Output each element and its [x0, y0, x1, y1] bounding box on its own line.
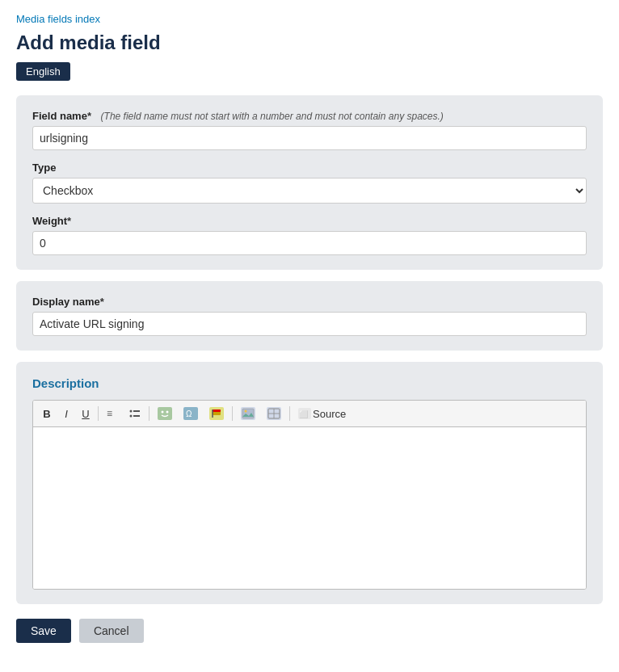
svg-text:⬜: ⬜	[299, 410, 309, 419]
image-icon	[241, 407, 255, 420]
display-name-input[interactable]	[32, 312, 587, 336]
footer-buttons: Save Cancel	[16, 619, 603, 643]
editor-wrapper: B I U ≡	[32, 400, 587, 590]
type-select[interactable]: CheckboxTextIntegerFloatBooleanDateTexta…	[32, 178, 587, 204]
table-button[interactable]	[262, 405, 286, 422]
display-name-label: Display name*	[32, 296, 587, 308]
svg-point-1	[130, 410, 133, 413]
ordered-list-button[interactable]: ≡	[102, 405, 123, 422]
editor-toolbar: B I U ≡	[33, 401, 586, 427]
flag-button[interactable]	[204, 405, 229, 422]
svg-point-16	[245, 410, 247, 413]
main-fields-card: Field name* (The field name must not sta…	[16, 95, 603, 270]
special-char-icon: Ω	[183, 407, 198, 420]
weight-input[interactable]	[32, 231, 587, 255]
svg-text:Ω: Ω	[186, 410, 192, 418]
emoji-button-1[interactable]	[153, 405, 177, 422]
weight-label: Weight*	[32, 215, 587, 227]
unordered-list-icon	[129, 408, 141, 419]
description-title: Description	[32, 376, 587, 390]
source-label: Source	[313, 408, 346, 420]
svg-point-6	[162, 411, 164, 414]
svg-rect-12	[213, 410, 221, 412]
type-label: Type	[32, 162, 587, 174]
source-button[interactable]: ⬜ Source	[293, 405, 351, 422]
toolbar-divider-2	[149, 406, 149, 421]
bold-button[interactable]: B	[38, 405, 56, 422]
svg-text:≡: ≡	[107, 408, 112, 419]
language-button[interactable]: English	[16, 62, 70, 81]
toolbar-divider-1	[98, 406, 99, 421]
source-icon: ⬜	[298, 408, 311, 419]
ordered-list-icon: ≡	[107, 408, 118, 419]
svg-rect-15	[242, 409, 254, 418]
field-name-hint: (The field name must not start with a nu…	[101, 111, 444, 122]
field-name-input[interactable]	[32, 126, 587, 150]
emoji-button-2[interactable]: Ω	[179, 405, 203, 422]
table-icon	[267, 407, 281, 420]
toolbar-divider-4	[289, 406, 290, 421]
save-button[interactable]: Save	[16, 619, 71, 643]
svg-point-3	[130, 415, 133, 418]
field-name-label: Field name* (The field name must not sta…	[32, 110, 587, 122]
svg-rect-4	[133, 415, 140, 417]
description-card: Description B I U ≡	[16, 362, 603, 604]
editor-area[interactable]	[33, 427, 586, 589]
display-name-card: Display name*	[16, 281, 603, 351]
svg-point-7	[166, 411, 169, 414]
underline-button[interactable]: U	[77, 405, 95, 422]
cancel-button[interactable]: Cancel	[79, 619, 144, 643]
toolbar-divider-3	[232, 406, 233, 421]
smiley-icon	[158, 407, 172, 420]
italic-button[interactable]: I	[57, 405, 75, 422]
svg-rect-2	[133, 410, 140, 412]
svg-rect-5	[158, 407, 172, 420]
unordered-list-button[interactable]	[124, 405, 145, 422]
breadcrumb[interactable]: Media fields index	[16, 13, 603, 25]
flag-icon	[209, 407, 224, 420]
image-button[interactable]	[236, 405, 260, 422]
page-title: Add media field	[16, 32, 603, 54]
